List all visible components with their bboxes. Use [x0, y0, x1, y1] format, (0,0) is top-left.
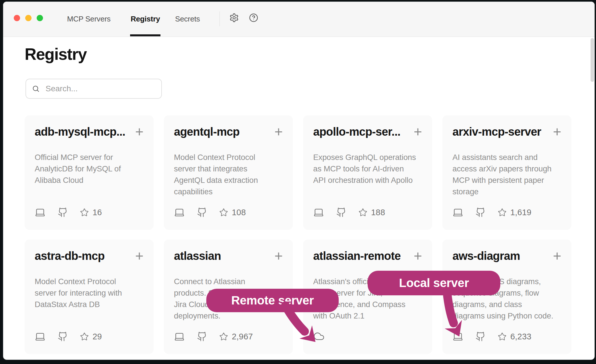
tab-secrets[interactable]: Secrets	[175, 2, 200, 36]
star-icon	[219, 332, 228, 341]
add-server-button[interactable]: +	[414, 250, 422, 262]
local-server-callout: Local server	[368, 271, 500, 295]
card-footer	[313, 331, 325, 342]
star-count-group: 29	[80, 332, 102, 341]
cloud-icon	[313, 331, 325, 342]
star-icon	[80, 208, 89, 217]
star-count: 2,967	[232, 332, 253, 341]
star-count-group: 108	[219, 208, 246, 217]
titlebar: MCP Servers Registry Secrets	[3, 2, 595, 37]
card-footer: 2,967	[174, 331, 253, 342]
laptop-icon	[35, 331, 46, 342]
star-icon	[80, 332, 89, 341]
gear-icon	[229, 13, 239, 23]
add-server-button[interactable]: +	[553, 250, 561, 262]
server-name: astra-db-mcp	[35, 249, 105, 263]
server-description: AI assistants search and access arXiv pa…	[452, 152, 561, 197]
github-icon	[475, 207, 486, 217]
minimize-button[interactable]	[25, 15, 32, 21]
header-divider	[219, 11, 220, 26]
star-count-group: 1,619	[498, 208, 532, 217]
card-footer: 188	[313, 207, 385, 218]
help-button[interactable]	[249, 13, 258, 23]
github-icon	[197, 207, 207, 217]
server-card: adb-mysql-mcp... + Official MCP server f…	[25, 115, 154, 230]
star-count-group: 188	[358, 208, 385, 217]
add-server-button[interactable]: +	[135, 250, 144, 262]
server-card: astra-db-mcp + Model Context Protocol se…	[25, 240, 154, 354]
laptop-icon	[35, 207, 46, 218]
remote-server-callout: Remote server	[206, 289, 339, 312]
server-description: Model Context Protocol server for intera…	[35, 276, 144, 310]
search-box[interactable]	[26, 79, 162, 99]
server-description: Official MCP server for AnalyticDB for M…	[35, 152, 144, 186]
server-card: aws-diagram + Generate AWS diagrams, seq…	[442, 240, 571, 354]
star-count: 1,619	[510, 208, 532, 217]
star-count: 188	[371, 208, 385, 217]
server-card: agentql-mcp + Model Context Protocol ser…	[164, 115, 293, 230]
registry-grid: adb-mysql-mcp... + Official MCP server f…	[25, 115, 571, 354]
star-icon	[498, 332, 507, 341]
star-icon	[219, 208, 228, 217]
server-name: arxiv-mcp-server	[452, 125, 541, 139]
star-icon	[358, 208, 367, 217]
server-name: agentql-mcp	[174, 125, 240, 139]
server-name: aws-diagram	[452, 249, 520, 263]
card-footer: 16	[35, 207, 102, 218]
traffic-lights	[14, 15, 43, 21]
server-name: atlassian-remote	[313, 249, 401, 263]
search-icon	[32, 85, 40, 93]
github-icon	[58, 207, 68, 217]
card-footer: 1,619	[452, 207, 532, 218]
add-server-button[interactable]: +	[135, 125, 144, 138]
settings-button[interactable]	[229, 13, 239, 23]
server-description: Exposes GraphQL operations as MCP tools …	[313, 152, 422, 186]
close-button[interactable]	[14, 15, 20, 21]
server-card: apollo-mcp-ser... + Exposes GraphQL oper…	[303, 115, 432, 230]
server-description: Model Context Protocol server that integ…	[174, 152, 283, 197]
page-title: Registry	[25, 45, 87, 64]
star-count-group: 16	[80, 208, 102, 217]
card-footer: 6,233	[452, 331, 532, 342]
star-count-group: 2,967	[219, 332, 253, 341]
zoom-button[interactable]	[37, 15, 43, 21]
star-count: 108	[232, 208, 246, 217]
star-count: 29	[93, 332, 102, 341]
server-card: arxiv-mcp-server + AI assistants search …	[442, 115, 571, 230]
search-input[interactable]	[45, 84, 156, 94]
scrollbar-thumb[interactable]	[591, 38, 594, 82]
star-count: 16	[93, 208, 102, 217]
star-count-group: 6,233	[498, 332, 532, 341]
tab-registry[interactable]: Registry	[131, 2, 160, 36]
tab-mcp-servers[interactable]: MCP Servers	[67, 2, 111, 36]
server-name: atlassian	[174, 249, 221, 263]
github-icon	[475, 331, 486, 342]
laptop-icon	[452, 331, 463, 342]
laptop-icon	[452, 207, 463, 218]
star-count: 6,233	[510, 332, 532, 341]
card-footer: 108	[174, 207, 246, 218]
github-icon	[336, 207, 346, 217]
github-icon	[58, 331, 68, 342]
add-server-button[interactable]: +	[275, 250, 283, 262]
server-name: apollo-mcp-ser...	[313, 125, 400, 139]
add-server-button[interactable]: +	[275, 125, 283, 138]
laptop-icon	[174, 331, 185, 342]
star-icon	[498, 208, 507, 217]
question-icon	[249, 13, 258, 23]
laptop-icon	[174, 207, 185, 218]
github-icon	[197, 331, 207, 342]
card-footer: 29	[35, 331, 102, 342]
server-name: adb-mysql-mcp...	[35, 125, 125, 139]
app-window: MCP Servers Registry Secrets Reg	[3, 1, 595, 360]
laptop-icon	[313, 207, 324, 218]
add-server-button[interactable]: +	[553, 125, 561, 138]
add-server-button[interactable]: +	[414, 125, 422, 138]
